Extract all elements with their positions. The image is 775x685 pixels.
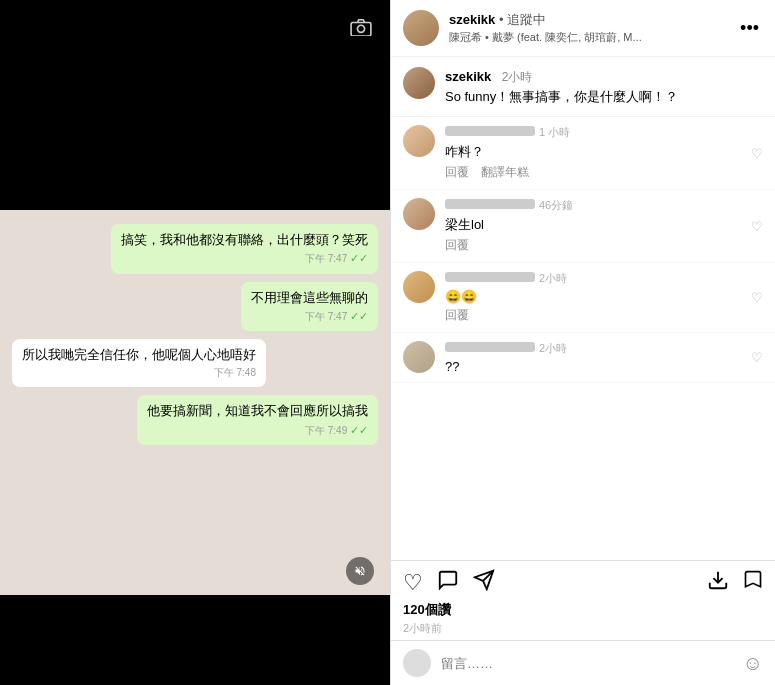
comment-text: 😄😄	[445, 289, 741, 304]
comment-time: 2小時	[539, 271, 567, 286]
commenter-avatar	[403, 271, 435, 303]
comment-text: So funny！無事搞事，你是什麼人啊！？	[445, 88, 763, 106]
commenter-avatar	[403, 125, 435, 157]
comment-row: 2小時 😄😄 回覆 ♡	[391, 263, 775, 333]
post-header-info: szekikk • 追蹤中 陳冠希 • 戴夢 (feat. 陳奕仁, 胡琯蔚, …	[449, 11, 726, 45]
comment-time: 46分鐘	[539, 198, 573, 213]
chat-bubble: 不用理會這些無聊的 下午 7:47 ✓✓	[241, 282, 378, 332]
like-button[interactable]: ♡	[403, 570, 423, 596]
blurred-username	[445, 342, 535, 352]
reply-button[interactable]: 回覆	[445, 237, 469, 254]
comment-button[interactable]	[437, 569, 459, 597]
more-options-button[interactable]: •••	[736, 18, 763, 39]
comment-time: 2小時	[539, 341, 567, 356]
song-info: 陳冠希 • 戴夢 (feat. 陳奕仁, 胡琯蔚, M...	[449, 30, 689, 45]
comment-input[interactable]	[441, 656, 733, 671]
emoji-button[interactable]: ☺	[743, 652, 763, 675]
reply-button[interactable]: 回覆	[445, 307, 469, 324]
commenter-avatar	[403, 198, 435, 230]
likes-count: 120個讚	[403, 601, 763, 619]
bookmark-button[interactable]	[743, 569, 763, 597]
comment-input-row: ☺	[391, 640, 775, 685]
blurred-username	[445, 126, 535, 136]
chat-bubble: 搞笑，我和他都沒有聯絡，出什麼頭？笑死 下午 7:47 ✓✓	[111, 224, 378, 274]
comment-text: 梁生lol	[445, 216, 741, 234]
comment-time: 2小時	[502, 70, 533, 84]
post-time: 2小時前	[403, 621, 763, 636]
mute-icon[interactable]	[346, 557, 374, 585]
translate-button[interactable]: 翻譯年糕	[481, 164, 529, 181]
share-button[interactable]	[473, 569, 495, 597]
user-avatar	[403, 649, 431, 677]
download-button[interactable]	[707, 569, 729, 597]
video-bottom	[0, 595, 390, 685]
like-icon[interactable]: ♡	[751, 290, 763, 305]
comment-text: ??	[445, 359, 741, 374]
commenter-avatar	[403, 67, 435, 99]
comment-row: 1 小時 咋料？ 回覆 翻譯年糕 ♡	[391, 117, 775, 190]
chat-bubble: 所以我哋完全信任你，他呢個人心地唔好 下午 7:48	[12, 339, 266, 387]
comments-panel: szekikk • 追蹤中 陳冠希 • 戴夢 (feat. 陳奕仁, 胡琯蔚, …	[390, 0, 775, 685]
poster-username: szekikk	[449, 12, 495, 27]
chat-bubble: 他要搞新聞，知道我不會回應所以搞我 下午 7:49 ✓✓	[137, 395, 378, 445]
like-icon[interactable]: ♡	[751, 146, 763, 161]
chat-area: 搞笑，我和他都沒有聯絡，出什麼頭？笑死 下午 7:47 ✓✓ 不用理會這些無聊的…	[0, 210, 390, 595]
comment-row: 46分鐘 梁生lol 回覆 ♡	[391, 190, 775, 263]
comments-section[interactable]: szekikk 2小時 So funny！無事搞事，你是什麼人啊！？ 1 小時 …	[391, 57, 775, 560]
blurred-username	[445, 272, 535, 282]
reply-button[interactable]: 回覆	[445, 164, 469, 181]
comment-time: 1 小時	[539, 125, 570, 140]
poster-avatar	[403, 10, 439, 46]
blurred-username	[445, 199, 535, 209]
commenter-avatar	[403, 341, 435, 373]
comment-row: 2小時 ?? ♡	[391, 333, 775, 383]
comment-text: 咋料？	[445, 143, 741, 161]
video-panel: 搞笑，我和他都沒有聯絡，出什麼頭？笑死 下午 7:47 ✓✓ 不用理會這些無聊的…	[0, 0, 390, 685]
post-header: szekikk • 追蹤中 陳冠希 • 戴夢 (feat. 陳奕仁, 胡琯蔚, …	[391, 0, 775, 57]
like-icon[interactable]: ♡	[751, 219, 763, 234]
comment-username: szekikk	[445, 69, 491, 84]
main-comment: szekikk 2小時 So funny！無事搞事，你是什麼人啊！？	[391, 57, 775, 117]
camera-icon[interactable]	[350, 18, 372, 41]
following-label: • 追蹤中	[499, 12, 546, 27]
actions-bar: ♡	[391, 560, 775, 640]
like-icon[interactable]: ♡	[751, 350, 763, 365]
svg-point-1	[357, 25, 364, 32]
